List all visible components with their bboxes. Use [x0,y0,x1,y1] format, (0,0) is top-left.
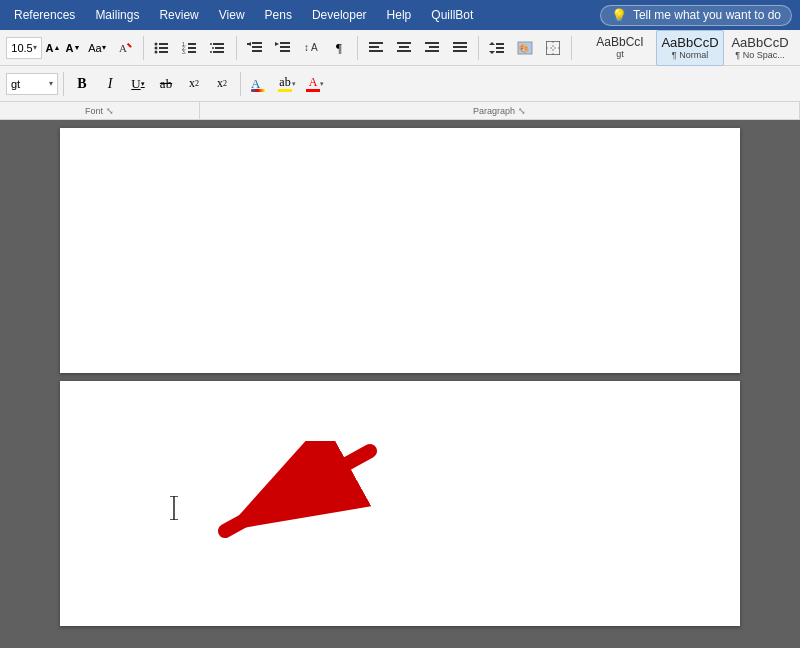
multilevel-list-button[interactable] [205,35,231,61]
font-shrink-button[interactable]: A▼ [64,38,82,58]
svg-point-2 [155,42,158,45]
font-color-button[interactable]: A ▾ [302,71,328,97]
decrease-indent-button[interactable] [242,35,268,61]
menu-help[interactable]: Help [377,4,422,26]
tell-me-box[interactable]: 💡 Tell me what you want to do [600,5,792,26]
svg-text:A: A [311,42,318,53]
style-no-spacing[interactable]: AaBbCcD ¶ No Spac... [726,30,794,66]
svg-rect-32 [369,46,379,48]
svg-rect-1 [127,42,132,47]
svg-rect-36 [397,50,411,52]
red-arrow [120,441,420,561]
separator2 [236,36,237,60]
menu-mailings[interactable]: Mailings [85,4,149,26]
strikethrough-button[interactable]: ab [153,71,179,97]
svg-rect-37 [425,42,439,44]
svg-rect-27 [280,46,290,48]
font-section-label: Font ⤡ [0,102,200,119]
paragraph-section-expand-icon[interactable]: ⤡ [518,106,526,116]
svg-point-18 [210,51,212,53]
svg-rect-28 [280,50,290,52]
menu-pens[interactable]: Pens [255,4,302,26]
show-marks-button[interactable]: ¶ [326,35,352,61]
svg-marker-43 [489,42,495,45]
italic-button[interactable]: I [97,71,123,97]
font-grow-button[interactable]: A▲ [44,38,62,58]
svg-marker-25 [275,42,279,46]
style-normal[interactable]: AaBbCcD ¶ Normal [656,30,724,66]
font-size-input[interactable]: 10.5 ▾ [6,37,42,59]
svg-rect-21 [247,43,251,45]
menu-references[interactable]: References [4,4,85,26]
change-case-button[interactable]: Aa▾ [84,35,110,61]
svg-rect-17 [215,47,224,49]
document-page-1[interactable] [60,128,740,373]
svg-rect-31 [369,42,383,44]
svg-rect-9 [188,43,196,45]
svg-text:3.: 3. [182,49,186,55]
align-center-button[interactable] [391,35,417,61]
menu-review[interactable]: Review [149,4,208,26]
document-page-2[interactable] [60,381,740,626]
bullets-button[interactable] [149,35,175,61]
svg-text:A: A [119,42,127,54]
menu-view[interactable]: View [209,4,255,26]
numbering-button[interactable]: 1. 2. 3. [177,35,203,61]
font-section-expand-icon[interactable]: ⤡ [106,106,114,116]
borders-button[interactable] [540,35,566,61]
svg-line-57 [225,451,370,531]
svg-rect-15 [213,43,224,45]
text-cursor [168,496,180,525]
svg-rect-46 [496,47,504,49]
clear-formatting-button[interactable]: A [112,35,138,61]
svg-rect-42 [453,50,467,52]
font-name-selector[interactable]: gt ▾ [6,73,58,95]
bold-button[interactable]: B [69,71,95,97]
line-spacing-button[interactable] [484,35,510,61]
svg-text:↕: ↕ [304,42,309,53]
svg-rect-34 [397,42,411,44]
justify-button[interactable] [447,35,473,61]
increase-indent-button[interactable] [270,35,296,61]
svg-rect-50 [546,41,560,55]
svg-point-14 [210,43,212,45]
svg-rect-26 [280,42,290,44]
sort-button[interactable]: ↕ A [298,35,324,61]
highlight-color-button[interactable]: ab ▾ [274,71,300,97]
separator1 [143,36,144,60]
superscript-button[interactable]: x2 [209,71,235,97]
svg-rect-39 [425,50,439,52]
svg-rect-3 [159,43,168,45]
toolbar-section-row: Font ⤡ Paragraph ⤡ [0,102,800,120]
svg-rect-19 [213,51,224,53]
paragraph-section-label: Paragraph ⤡ [200,102,800,119]
menu-bar: References Mailings Review View Pens Dev… [0,0,800,30]
separator-r2b [240,72,241,96]
svg-rect-11 [188,47,196,49]
separator3 [357,36,358,60]
separator5 [571,36,572,60]
svg-rect-33 [369,50,383,52]
menu-quillbot[interactable]: QuillBot [421,4,483,26]
svg-rect-41 [453,46,467,48]
svg-rect-45 [496,43,504,45]
subscript-button[interactable]: x2 [181,71,207,97]
svg-rect-7 [159,51,168,53]
svg-rect-47 [496,51,504,53]
svg-rect-24 [252,50,262,52]
align-left-button[interactable] [363,35,389,61]
text-effects-button[interactable]: A [246,71,272,97]
align-right-button[interactable] [419,35,445,61]
tell-me-text: Tell me what you want to do [633,8,781,22]
svg-rect-5 [159,47,168,49]
toolbar-row2: gt ▾ B I U▾ ab x2 x2 A ab ▾ A ▾ [0,66,800,102]
underline-button[interactable]: U▾ [125,71,151,97]
shading-button[interactable]: 🎨 [512,35,538,61]
svg-point-6 [155,50,158,53]
svg-point-16 [212,47,214,49]
separator4 [478,36,479,60]
svg-point-4 [155,46,158,49]
svg-rect-23 [252,46,262,48]
style-gt[interactable]: AaBbCcI gt [586,30,654,66]
menu-developer[interactable]: Developer [302,4,377,26]
